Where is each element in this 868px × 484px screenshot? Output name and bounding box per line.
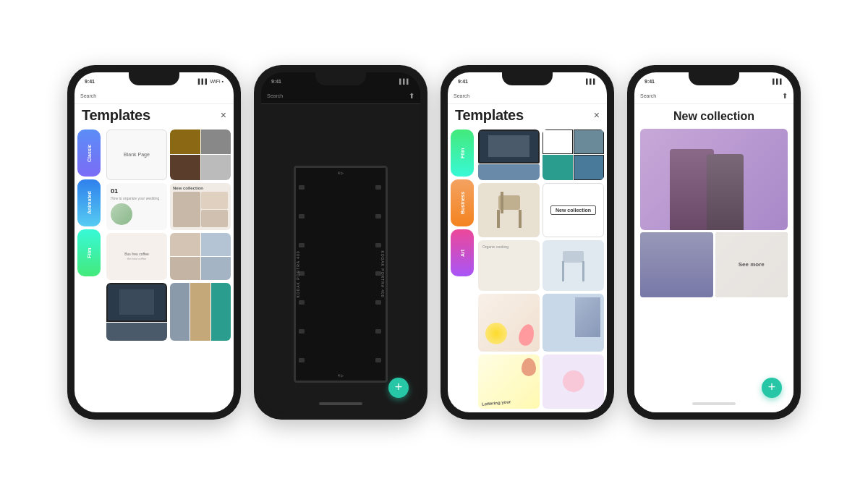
see-more-label[interactable]: See more bbox=[715, 232, 788, 297]
notch-3 bbox=[502, 72, 553, 85]
phone-4: 9:41 ▌▌▌ Search ⬆ New collection bbox=[627, 65, 801, 420]
chair-card-2[interactable] bbox=[542, 240, 604, 291]
home-indicator-2 bbox=[319, 402, 362, 405]
search-label-3: Search bbox=[454, 93, 469, 98]
film-number-top: 4 ▷ bbox=[338, 171, 344, 175]
mosaic-cell-1 bbox=[170, 130, 200, 155]
art-card-4[interactable] bbox=[542, 354, 604, 409]
close-button-1[interactable]: × bbox=[221, 109, 226, 121]
top-bar-2[interactable]: Search ⬆ bbox=[261, 88, 420, 104]
new-collection-card[interactable]: New collection bbox=[170, 183, 231, 230]
screen-content-1: Classic Animated Film Templates Blank Pa… bbox=[75, 127, 234, 412]
sidebar-1: Classic Animated Film bbox=[75, 127, 103, 412]
sprocket-r bbox=[375, 358, 381, 362]
blank-page-card[interactable]: Templates Blank Page bbox=[106, 130, 167, 180]
notch-4 bbox=[689, 72, 739, 85]
top-bar-4[interactable]: Search ⬆ bbox=[634, 88, 793, 104]
phones-container: 9:41 ▌▌▌ WiFi ▪ Search Templates × bbox=[53, 51, 815, 434]
status-icons-1: ▌▌▌ WiFi ▪ bbox=[198, 79, 224, 84]
blank-page-text: Blank Page bbox=[124, 152, 150, 157]
text-template-card[interactable]: 01 How to organize your wedding bbox=[106, 183, 167, 230]
film-screen: KODAK PORTRA 400 KODAK PORTRA 400 4 ▷ 4 … bbox=[261, 104, 420, 412]
sprocket-r bbox=[375, 214, 381, 218]
signal-icon: ▌▌▌ bbox=[198, 79, 209, 84]
upload-icon-2[interactable]: ⬆ bbox=[409, 92, 414, 100]
battery-icon: ▪ bbox=[222, 79, 224, 84]
screen-header-3: Templates × bbox=[448, 104, 607, 127]
collection-photo-2-wrapper: See more bbox=[715, 232, 788, 297]
phone-3: 9:41 ▌▌▌ Search Templates × Film Busines… bbox=[441, 65, 614, 420]
tab-art[interactable]: Art bbox=[451, 229, 474, 276]
sprocket-r bbox=[375, 300, 381, 305]
fab-button-4[interactable]: + bbox=[762, 378, 782, 398]
collection-photo-1 bbox=[640, 232, 713, 297]
coffee-card[interactable]: Bus freu coffee the best coffee bbox=[106, 233, 167, 280]
sprocket-r bbox=[375, 329, 381, 334]
screen-title-3: Templates bbox=[455, 107, 524, 124]
mosaic-card-2[interactable] bbox=[170, 233, 231, 280]
art-card-1[interactable] bbox=[478, 294, 540, 352]
film-text-left: KODAK PORTRA 400 bbox=[296, 250, 300, 297]
wifi-icon: WiFi bbox=[210, 79, 221, 84]
business-chair-card[interactable] bbox=[478, 183, 540, 237]
upload-icon-4[interactable]: ⬆ bbox=[782, 92, 788, 100]
text-num: 01 bbox=[111, 187, 163, 195]
home-indicator-4 bbox=[692, 402, 736, 405]
collection-title: New collection bbox=[640, 110, 788, 123]
travel-card[interactable] bbox=[170, 283, 231, 341]
city-card[interactable] bbox=[106, 283, 167, 341]
mosaic-card-1[interactable] bbox=[170, 130, 231, 180]
status-icons-4: ▌▌▌ bbox=[773, 79, 783, 84]
travel-cell-3 bbox=[211, 283, 231, 341]
search-label-1: Search bbox=[80, 93, 96, 98]
search-label-4: Search bbox=[640, 93, 656, 98]
art-card-2[interactable] bbox=[542, 294, 604, 352]
close-button-3[interactable]: × bbox=[594, 109, 600, 121]
time-1: 9:41 bbox=[85, 79, 95, 84]
new-collection-label: New collection bbox=[173, 186, 228, 190]
new-collection-label-3: New collection bbox=[550, 205, 596, 215]
tab-film-3[interactable]: Film bbox=[451, 130, 474, 177]
screen-content-3: Film Business Art bbox=[448, 127, 607, 412]
top-bar-3[interactable]: Search bbox=[448, 88, 607, 104]
time-3: 9:41 bbox=[458, 79, 468, 84]
top-bar-1[interactable]: Search bbox=[75, 88, 234, 104]
templates-grid-1: Templates Blank Page 01 bbox=[103, 127, 234, 412]
signal-icon-4: ▌▌▌ bbox=[773, 79, 783, 84]
screen-header-1: Templates × bbox=[75, 104, 234, 127]
film-framed-1[interactable] bbox=[478, 130, 540, 180]
mosaic-cell-4 bbox=[201, 155, 231, 180]
search-label-2: Search bbox=[267, 93, 283, 98]
time-4: 9:41 bbox=[644, 79, 655, 84]
tab-animated[interactable]: Animated bbox=[77, 179, 101, 226]
film-number-bottom: 4 ▷ bbox=[338, 373, 344, 378]
collection-hero-photo bbox=[640, 129, 788, 230]
status-icons-2: ▌▌▌ bbox=[399, 79, 410, 84]
tab-classic[interactable]: Classic bbox=[77, 130, 101, 177]
tab-film-1[interactable]: Film bbox=[77, 229, 101, 276]
film-text-right: KODAK PORTRA 400 bbox=[380, 250, 384, 297]
tab-business[interactable]: Business bbox=[451, 179, 474, 226]
collection-row-1: See more bbox=[640, 232, 788, 297]
signal-icon-2: ▌▌▌ bbox=[399, 79, 410, 84]
art-card-3[interactable]: Lettering your bbox=[478, 354, 540, 409]
text-subtitle: How to organize your wedding bbox=[111, 196, 163, 200]
photo-cell-8 bbox=[201, 257, 231, 280]
notch-2 bbox=[315, 72, 366, 85]
art-circle bbox=[563, 370, 584, 392]
screen-title-1: Templates bbox=[82, 107, 150, 124]
organic-text: Organic cooking bbox=[482, 245, 535, 249]
film-framed-2[interactable] bbox=[542, 130, 604, 180]
collection-screen: New collection bbox=[634, 104, 793, 412]
fab-button-2[interactable]: + bbox=[388, 378, 409, 398]
new-collection-card-3[interactable]: New collection bbox=[542, 183, 604, 237]
sprocket bbox=[299, 300, 305, 305]
sprocket-r bbox=[375, 243, 381, 247]
sprocket bbox=[299, 358, 305, 362]
sidebar-3: Film Business Art bbox=[448, 127, 475, 412]
organic-card[interactable]: Organic cooking bbox=[478, 240, 540, 291]
phone-2: 9:41 ▌▌▌ Search ⬆ bbox=[254, 65, 427, 420]
sprocket bbox=[299, 214, 305, 218]
photo-cell-5 bbox=[170, 233, 200, 256]
templates-grid-3: New collection Organic cooking bbox=[475, 127, 607, 412]
